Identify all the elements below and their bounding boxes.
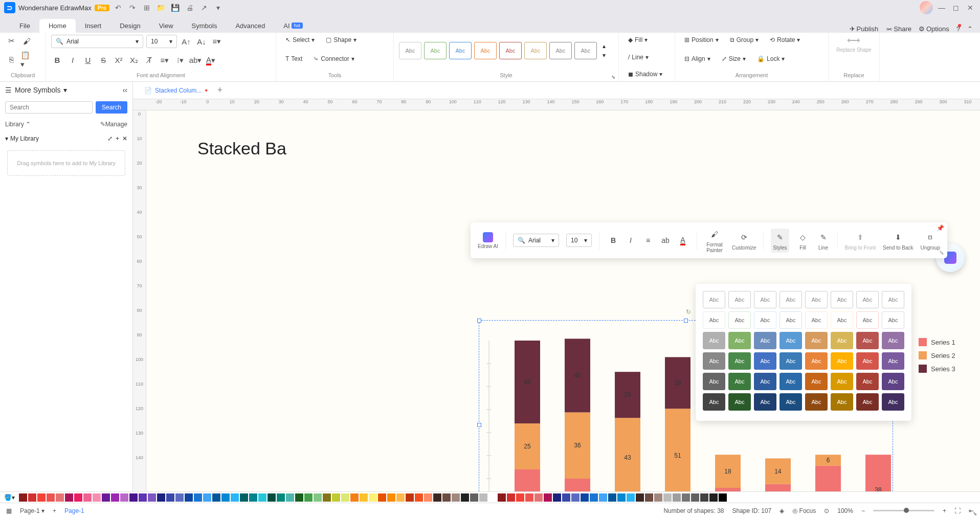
color-swatch[interactable] [350,493,359,502]
toolbar-more-icon[interactable]: ▾ [213,2,224,13]
style-swatch[interactable]: Abc [728,373,751,390]
style-swatch[interactable]: Abc [831,332,853,349]
bar-segment[interactable] [765,484,791,491]
drop-zone[interactable]: Drag symbols here to add to My Library [7,150,125,176]
color-swatch[interactable] [304,493,313,502]
zoom-out-icon[interactable]: − [861,507,865,514]
sel-handle-nw[interactable] [477,319,481,323]
bar-segment[interactable] [715,488,741,491]
float-size-select[interactable]: 10▾ [566,234,592,247]
color-swatch[interactable] [571,493,580,502]
style-swatch[interactable]: Abc [779,352,802,370]
italic-icon[interactable]: I [66,54,79,66]
underline-icon[interactable]: U [82,54,94,66]
strike-icon[interactable]: S [97,54,109,66]
new-tab-button[interactable]: + [214,84,226,97]
publish-button[interactable]: ✈Publish [850,25,879,33]
focus-button[interactable]: ◎ Focus [792,507,816,514]
style-swatch[interactable]: Abc [399,42,421,59]
new-icon[interactable]: ⊞ [141,2,152,13]
styles-button[interactable]: ✎Styles [771,229,789,253]
open-icon[interactable]: 📁 [155,2,167,13]
style-swatch[interactable]: Abc [831,352,853,370]
color-swatch[interactable] [212,493,220,502]
color-swatch[interactable] [470,493,478,502]
style-swatch[interactable]: Abc [754,332,776,349]
color-swatch[interactable] [627,493,635,502]
redo-icon[interactable]: ↷ [127,2,138,13]
style-swatch[interactable]: Abc [856,352,879,370]
superscript-icon[interactable]: X² [113,54,125,66]
color-swatch[interactable] [719,493,727,502]
align-button[interactable]: ⊟Align▾ [680,54,715,64]
color-swatch[interactable] [645,493,653,502]
color-swatch[interactable] [258,493,266,502]
add-page-icon[interactable]: + [53,507,56,514]
color-swatch[interactable] [581,493,589,502]
color-swatch[interactable] [203,493,211,502]
font-select[interactable]: 🔍Arial▾ [51,35,143,48]
style-swatch[interactable]: Abc [779,373,802,390]
style-swatch[interactable]: Abc [574,42,597,59]
collapse-sidebar-icon[interactable]: ‹‹ [123,86,127,94]
style-swatch[interactable]: Abc [754,373,776,390]
menu-design[interactable]: Design [110,19,149,33]
color-swatch[interactable] [139,493,147,502]
color-swatch[interactable] [47,493,55,502]
style-swatch[interactable]: Abc [779,291,802,308]
style-swatch[interactable]: Abc [882,291,904,308]
style-dialog-icon[interactable]: ⬊ [611,74,616,79]
style-swatch[interactable]: Abc [754,352,776,370]
color-swatch[interactable] [166,493,174,502]
cut-icon[interactable]: ✂ [5,35,17,47]
zoom-slider[interactable] [873,510,934,511]
style-swatch[interactable]: Abc [703,291,725,308]
style-swatch[interactable]: Abc [549,42,572,59]
style-swatch[interactable]: Abc [703,332,725,349]
color-swatch[interactable] [221,493,230,502]
style-swatch[interactable]: Abc [424,42,447,59]
brush-icon[interactable]: 🖌 [20,35,33,47]
page-tab[interactable]: Page-1 [64,507,84,514]
pin-icon[interactable]: 📌 [937,224,944,232]
color-swatch[interactable] [37,493,46,502]
style-swatch[interactable]: Abc [831,311,853,329]
menu-symbols[interactable]: Symbols [183,19,227,33]
connector-button[interactable]: ⤷Connector▾ [309,54,358,64]
color-swatch[interactable] [534,493,543,502]
color-swatch[interactable] [194,493,202,502]
menu-ai[interactable]: AIhot [274,19,312,33]
menu-file[interactable]: File [10,19,39,33]
style-swatch[interactable]: Abc [703,352,725,370]
shape-button[interactable]: ▢Shape▾ [322,35,361,45]
bring-front-button[interactable]: ⬆Bring to Front [845,231,876,251]
style-swatch[interactable]: Abc [805,352,828,370]
style-swatch[interactable]: Abc [856,311,879,329]
color-swatch[interactable] [691,493,699,502]
rotate-button[interactable]: ⟲Rotate▾ [766,35,804,45]
style-swatch[interactable]: Abc [805,373,828,390]
style-swatch[interactable]: Abc [882,332,904,349]
color-swatch[interactable] [56,493,64,502]
color-swatch[interactable] [129,493,138,502]
font-dialog-icon[interactable]: ⬊ [973,511,978,516]
page-select[interactable]: Page-1 ▾ [20,507,44,514]
shadow-button[interactable]: ◼Shadow▾ [624,69,670,79]
color-swatch[interactable] [488,493,497,502]
color-swatch[interactable] [28,493,36,502]
zoom-level[interactable]: 100% [837,507,853,514]
sel-handle-w[interactable] [477,423,481,427]
manage-button[interactable]: ✎Manage [100,121,127,128]
color-swatch[interactable] [111,493,119,502]
color-swatch[interactable] [599,493,607,502]
line-button[interactable]: /Line▾ [624,52,670,62]
style-swatch[interactable]: Abc [474,42,497,59]
color-swatch[interactable] [617,493,626,502]
color-swatch[interactable] [378,493,386,502]
decrease-font-icon[interactable]: A↓ [195,35,208,48]
color-swatch[interactable] [516,493,524,502]
style-swatch[interactable]: Abc [805,332,828,349]
search-button[interactable]: Search [96,101,127,114]
line-spacing-icon[interactable]: ≡▾ [159,54,171,66]
mylib-close-icon[interactable]: ✕ [122,135,127,142]
